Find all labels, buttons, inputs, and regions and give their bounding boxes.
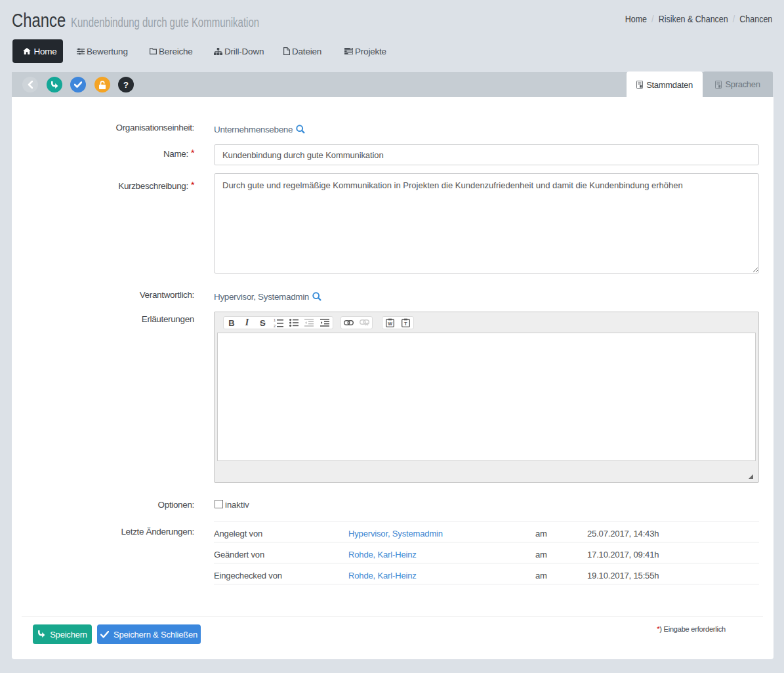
svg-text:T: T	[404, 321, 407, 327]
svg-text:W: W	[388, 321, 392, 326]
svg-text:2: 2	[274, 324, 276, 327]
svg-text:1: 1	[274, 319, 276, 322]
